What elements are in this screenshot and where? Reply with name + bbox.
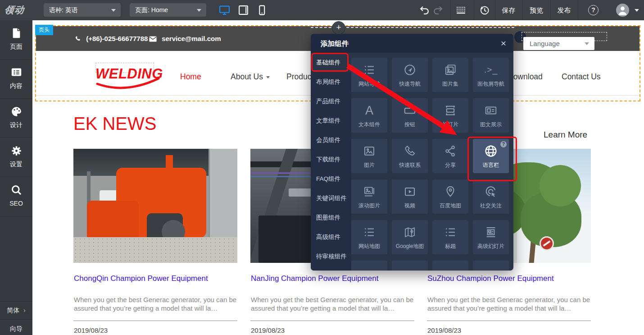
- account-menu-caret-icon[interactable]: [635, 9, 639, 12]
- news-title-link[interactable]: SuZhou Champion Power Equipment: [427, 274, 554, 283]
- tile-image[interactable]: 图片: [351, 139, 387, 173]
- media-text-icon: [484, 103, 498, 118]
- category-layout[interactable]: 布局组件: [311, 72, 351, 92]
- category-faq[interactable]: FAQ组件: [311, 169, 351, 188]
- desktop-view-icon[interactable]: [219, 5, 230, 16]
- tile-baidu-map[interactable]: 百度地图: [432, 179, 468, 214]
- tile-text[interactable]: A 文本组件: [351, 98, 387, 133]
- preview-button[interactable]: 预览: [522, 0, 550, 20]
- category-gallery[interactable]: 图册组件: [311, 208, 351, 227]
- sidebar-item-content[interactable]: 内容: [0, 60, 32, 99]
- category-advanced[interactable]: 高级组件: [311, 227, 351, 247]
- tile-slider[interactable]: 幻灯片: [432, 98, 468, 133]
- language-variant-dropdown[interactable]: 语种: 英语: [44, 3, 121, 17]
- sidebar-item-simplified-chinese[interactable]: 简体 ›: [0, 307, 32, 315]
- tile-scrolling-image[interactable]: 滚动图片: [351, 179, 387, 214]
- button-icon: [403, 103, 417, 118]
- site-logo[interactable]: WELDING: [95, 66, 168, 93]
- category-member[interactable]: 会员组件: [311, 130, 351, 150]
- tile-sitemap[interactable]: 网站地图: [351, 220, 387, 254]
- undo-icon[interactable]: [419, 5, 430, 16]
- tile-clipped[interactable]: [432, 261, 468, 271]
- sidebar-item-label: 内容: [0, 82, 32, 90]
- news-image-machinery[interactable]: [73, 149, 237, 263]
- close-icon[interactable]: ×: [501, 38, 506, 49]
- sidebar-item-pages[interactable]: 页面: [0, 20, 32, 60]
- sidebar-item-settings[interactable]: 设置: [0, 138, 32, 177]
- tile-clipped[interactable]: [473, 261, 509, 271]
- toolbar-divider: [474, 0, 474, 20]
- save-button[interactable]: 保存: [495, 0, 522, 20]
- sidebar-separator: [0, 301, 32, 302]
- heading-icon: [444, 225, 457, 240]
- tile-quick-nav[interactable]: 快速导航: [392, 58, 428, 92]
- publish-button[interactable]: 发布: [550, 0, 578, 20]
- nav-item-contact[interactable]: Contact Us: [562, 72, 601, 82]
- tile-video[interactable]: 视频: [392, 179, 428, 214]
- learn-more-link[interactable]: Learn More: [544, 130, 587, 140]
- category-article[interactable]: 文章组件: [311, 111, 351, 130]
- tile-advanced-slider[interactable]: 高级幻灯片: [473, 220, 509, 254]
- sidebar-item-label: SEO: [0, 200, 32, 207]
- tile-media-text[interactable]: 图文展示: [473, 98, 509, 133]
- content-icon: [10, 72, 23, 80]
- tile-breadcrumb[interactable]: .>_ 面包屑导航: [473, 58, 509, 92]
- tile-quick-contact[interactable]: 快速联系: [392, 139, 428, 173]
- category-pending[interactable]: 待审核组件: [311, 247, 351, 266]
- video-icon: [403, 184, 417, 199]
- envelope-icon: [149, 36, 157, 42]
- simplified-label: 简体: [7, 307, 19, 314]
- tile-button[interactable]: 按钮: [392, 98, 428, 133]
- tile-language-bar[interactable]: ? 语言栏: [473, 139, 509, 173]
- component-category-menu: 基础组件 布局组件 产品组件 文章组件 会员组件 下载组件 FAQ组件 关键词组…: [311, 53, 351, 271]
- redo-icon[interactable]: [432, 5, 444, 16]
- tile-heading[interactable]: 标题: [432, 220, 468, 254]
- tile-social-follow[interactable]: 社交关注: [473, 179, 509, 214]
- help-icon[interactable]: ?: [588, 5, 599, 15]
- tile-site-nav[interactable]: 网站导航: [351, 58, 387, 92]
- category-product[interactable]: 产品组件: [311, 92, 351, 111]
- card-divider: [427, 321, 591, 321]
- tile-share[interactable]: 分享: [432, 139, 468, 173]
- map-icon: [403, 225, 417, 240]
- email-address: service@mail.com: [162, 35, 221, 42]
- settings-icon: [10, 151, 23, 158]
- design-icon: [10, 111, 23, 119]
- header-section-tag[interactable]: 页头: [35, 25, 53, 35]
- news-date: 2019/08/23: [74, 326, 108, 334]
- carousel-icon: [363, 184, 376, 199]
- tile-gallery[interactable]: 图片集: [432, 58, 468, 92]
- mobile-view-icon[interactable]: [256, 5, 268, 16]
- phone-number: (+86)-025-66677788: [86, 35, 148, 42]
- text-icon: A: [365, 103, 373, 118]
- tile-clipped[interactable]: [392, 261, 428, 271]
- category-basic[interactable]: 基础组件: [311, 53, 351, 72]
- language-variant-value: 语种: 英语: [49, 6, 78, 14]
- toolbar-divider: [578, 0, 578, 20]
- user-avatar[interactable]: [616, 4, 629, 17]
- sidebar-item-seo[interactable]: SEO: [0, 177, 32, 216]
- language-selector-value: Language: [530, 40, 560, 47]
- chevron-right-icon: ›: [23, 307, 26, 314]
- category-download[interactable]: 下载组件: [311, 150, 351, 169]
- language-selector[interactable]: Language: [523, 37, 594, 50]
- sidebar-item-design[interactable]: 设计: [0, 99, 32, 138]
- tile-google-map[interactable]: Google地图: [392, 220, 428, 254]
- grid-layout-icon[interactable]: [455, 5, 467, 16]
- category-keyword[interactable]: 关键词组件: [311, 188, 351, 208]
- phone-contact: (+86)-025-66677788: [74, 35, 148, 42]
- sidebar-item-wizard[interactable]: 向导: [0, 325, 32, 333]
- nav-item-about[interactable]: About Us: [231, 72, 270, 82]
- tile-help-badge[interactable]: ?: [500, 141, 507, 147]
- add-component-button[interactable]: +: [332, 21, 345, 35]
- news-title-link[interactable]: ChongQin Champion Power Equipment: [74, 274, 208, 283]
- news-title-link[interactable]: NanJing Champion Power Equipment: [251, 274, 379, 283]
- tile-clipped[interactable]: [351, 261, 387, 271]
- history-icon[interactable]: [479, 5, 490, 16]
- tablet-view-icon[interactable]: [238, 5, 249, 16]
- nav-item-home[interactable]: Home: [180, 72, 201, 82]
- page-dropdown[interactable]: 页面: Home: [130, 3, 206, 17]
- map-pin-icon: [444, 184, 457, 199]
- app-logo: 领动: [4, 4, 25, 16]
- news-card: ChongQin Champion Power Equipment When y…: [73, 149, 237, 263]
